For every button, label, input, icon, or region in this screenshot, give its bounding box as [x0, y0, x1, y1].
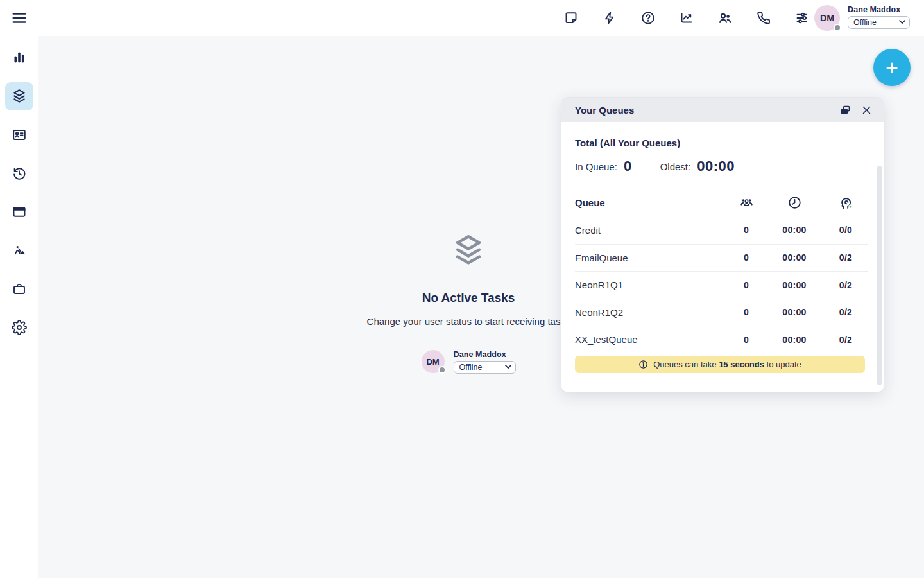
queue-oldest: 00:00: [766, 307, 823, 317]
hamburger-icon: [11, 10, 28, 26]
hamburger-menu-button[interactable]: [10, 9, 28, 27]
sidebar-item-tasks[interactable]: [5, 82, 33, 110]
topbar-user: DM Dane Maddox Offline: [814, 5, 910, 31]
oldest-value: 00:00: [697, 158, 735, 175]
topbar-actions: [563, 0, 810, 36]
quick-actions-button[interactable]: [602, 10, 617, 26]
help-button[interactable]: [640, 10, 656, 26]
queue-name: NeonR1Q1: [575, 279, 727, 290]
topbar: DM Dane Maddox Offline: [0, 0, 924, 36]
popout-icon: [839, 104, 851, 116]
phone-button[interactable]: [756, 10, 771, 26]
queue-waiting: 0: [727, 335, 766, 345]
sliders-icon: [794, 10, 810, 26]
contact-card-icon: [12, 127, 27, 143]
in-queue-label: In Queue:: [575, 161, 617, 172]
main-content: + No Active Tasks Change your user statu…: [38, 36, 924, 578]
notes-button[interactable]: [563, 10, 579, 26]
queue-table-header: Queue: [575, 191, 868, 213]
analytics-button[interactable]: [679, 10, 694, 26]
oldest-label: Oldest:: [660, 161, 691, 172]
sidebar: [0, 36, 38, 578]
totals-row: In Queue: 0 Oldest: 00:00: [575, 158, 868, 175]
queue-name: Credit: [575, 225, 727, 236]
offline-status-dot: [438, 366, 446, 374]
panel-header[interactable]: Your Queues: [561, 98, 884, 122]
queue-update-notice: Queues can take 15 seconds to update: [575, 356, 865, 373]
total-queues-label: Total (All Your Queues): [575, 137, 868, 148]
queue-waiting: 0: [727, 225, 766, 235]
queue-agents: 0/0: [823, 225, 868, 235]
avatar-initials: DM: [426, 357, 439, 367]
oldest-wait-icon: [787, 195, 802, 210]
queue-waiting: 0: [727, 280, 766, 290]
in-queue-value: 0: [624, 158, 632, 175]
panel-scrollbar-thumb[interactable]: [877, 166, 882, 385]
browser-window-icon: [12, 204, 27, 220]
agents-status-icon: [838, 195, 854, 211]
close-panel-button[interactable]: [858, 101, 875, 118]
panel-body: Total (All Your Queues) In Queue: 0 Olde…: [561, 122, 884, 373]
sidebar-item-builder[interactable]: [5, 236, 33, 265]
empty-state-user: DM Dane Maddox Offline: [422, 350, 516, 374]
plus-icon: +: [886, 55, 898, 80]
add-task-fab[interactable]: +: [873, 49, 911, 86]
construction-icon: [12, 243, 27, 258]
queue-agents: 0/2: [823, 280, 868, 290]
offline-status-dot: [834, 24, 841, 31]
gear-icon: [12, 320, 27, 335]
user-name: Dane Maddox: [848, 5, 910, 14]
sidebar-item-workspace[interactable]: [5, 275, 33, 303]
info-icon: [638, 360, 648, 369]
contacts-waiting-icon: [739, 195, 754, 210]
lightning-icon: [602, 10, 617, 26]
queue-oldest: 00:00: [766, 280, 823, 290]
close-icon: [861, 105, 872, 116]
user-status-select[interactable]: Offline: [454, 361, 516, 374]
sidebar-item-history[interactable]: [5, 159, 33, 188]
queue-agents: 0/2: [823, 252, 868, 263]
sidebar-item-browser[interactable]: [5, 198, 33, 226]
avatar: DM: [422, 350, 445, 373]
notice-text: Queues can take 15 seconds to update: [653, 360, 801, 369]
queue-agents: 0/2: [823, 307, 868, 317]
avatar-initials: DM: [820, 13, 834, 23]
line-chart-icon: [679, 10, 694, 26]
queue-row: NeonR1Q1 0 00:00 0/2: [575, 271, 868, 299]
queue-name: EmailQueue: [575, 252, 727, 263]
preferences-button[interactable]: [794, 10, 810, 26]
user-status-select[interactable]: Offline: [848, 16, 910, 29]
queue-row: XX_testQueue 0 00:00 0/2: [575, 326, 868, 353]
bar-chart-icon: [12, 50, 27, 66]
sidebar-item-settings[interactable]: [5, 313, 33, 342]
queue-oldest: 00:00: [766, 252, 823, 263]
contacts-button[interactable]: [717, 10, 733, 26]
layers-icon-large: [450, 232, 487, 269]
queue-column-header: Queue: [575, 197, 727, 208]
queue-row: Credit 0 00:00 0/0: [575, 216, 868, 244]
queue-waiting: 0: [727, 307, 766, 317]
help-icon: [640, 10, 656, 26]
history-icon: [12, 166, 27, 181]
queue-oldest: 00:00: [766, 335, 823, 345]
queue-name: XX_testQueue: [575, 334, 727, 345]
queue-name: NeonR1Q2: [575, 307, 727, 318]
briefcase-icon: [12, 281, 27, 297]
layers-icon: [11, 88, 28, 105]
queue-row: EmailQueue 0 00:00 0/2: [575, 244, 868, 272]
queue-oldest: 00:00: [766, 225, 823, 235]
avatar[interactable]: DM: [814, 5, 840, 31]
queue-agents: 0/2: [823, 335, 868, 345]
user-name: Dane Maddox: [454, 350, 516, 359]
panel-title: Your Queues: [575, 105, 837, 116]
queue-row: NeonR1Q2 0 00:00 0/2: [575, 299, 868, 326]
sidebar-item-contacts[interactable]: [5, 121, 33, 149]
your-queues-panel: Your Queues Total (All Your Queues) In Q…: [561, 98, 884, 392]
note-icon: [563, 10, 579, 26]
sidebar-item-dashboard[interactable]: [5, 44, 33, 72]
people-icon: [717, 10, 733, 26]
popout-button[interactable]: [837, 101, 853, 118]
queue-waiting: 0: [727, 252, 766, 263]
phone-icon: [756, 10, 771, 26]
